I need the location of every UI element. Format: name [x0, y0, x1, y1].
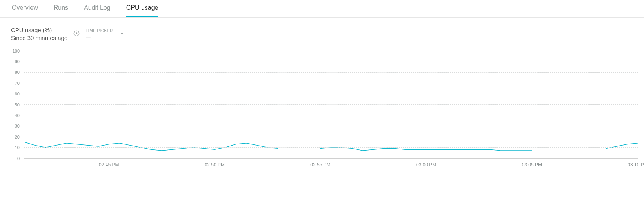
chart-y-tick: 80 — [6, 70, 20, 75]
tabs: Overview Runs Audit Log CPU usage — [0, 0, 644, 18]
chart-y-tick: 100 — [6, 49, 20, 53]
panel-subtitle: Since 30 minutes ago — [11, 34, 67, 42]
chart-y-tick: 60 — [6, 91, 20, 96]
chart-y-tick: 30 — [6, 124, 20, 128]
chart-x-tick: 03:10 PM — [628, 162, 644, 168]
panel-title: CPU usage (%) — [11, 26, 67, 34]
time-picker-value: --- — [86, 34, 113, 40]
chart-grid-line — [24, 83, 638, 83]
chart-grid-line — [24, 104, 638, 105]
chart-y-tick: 70 — [6, 81, 20, 86]
clock-icon — [73, 30, 80, 38]
chart-grid-line — [24, 94, 638, 94]
chart-x-tick: 02:55 PM — [310, 162, 330, 168]
chart-x-axis: 02:45 PM02:50 PM02:55 PM03:00 PM03:05 PM… — [24, 161, 638, 169]
chart-grid-line — [24, 51, 638, 51]
chart-x-tick: 02:45 PM — [99, 162, 119, 168]
chart-y-tick: 20 — [6, 135, 20, 139]
chart-x-tick: 03:00 PM — [416, 162, 436, 168]
chart-x-tick: 03:05 PM — [522, 162, 542, 168]
chart-x-tick: 02:50 PM — [205, 162, 225, 168]
chart-y-tick: 0 — [6, 156, 20, 161]
chart-y-tick: 50 — [6, 102, 20, 107]
cpu-usage-chart: 0102030405060708090100 02:45 PM02:50 PM0… — [6, 51, 638, 169]
chart-y-tick: 90 — [6, 59, 20, 64]
chart-y-axis: 0102030405060708090100 — [6, 51, 21, 159]
chart-grid-line — [24, 72, 638, 73]
chart-plot-area — [24, 51, 638, 159]
chart-grid-line — [24, 115, 638, 115]
tab-audit-log[interactable]: Audit Log — [84, 5, 111, 17]
chart-grid-line — [24, 62, 638, 62]
chart-line-segment — [320, 147, 532, 150]
time-picker[interactable]: TIME PICKER --- — [86, 29, 124, 40]
tab-overview[interactable]: Overview — [12, 5, 38, 17]
tab-cpu-usage[interactable]: CPU usage — [126, 5, 158, 17]
panel-header: CPU usage (%) Since 30 minutes ago TIME … — [0, 18, 644, 46]
chevron-down-icon — [119, 31, 125, 38]
chart-grid-line — [24, 126, 638, 126]
chart-line-segment — [24, 142, 278, 151]
time-picker-label: TIME PICKER — [86, 29, 113, 33]
chart-y-tick: 10 — [6, 145, 20, 150]
chart-grid-line — [24, 137, 638, 137]
chart-y-tick: 40 — [6, 113, 20, 118]
chart-grid-line — [24, 147, 638, 148]
tab-runs[interactable]: Runs — [54, 5, 68, 17]
panel-title-block: CPU usage (%) Since 30 minutes ago — [11, 26, 67, 42]
